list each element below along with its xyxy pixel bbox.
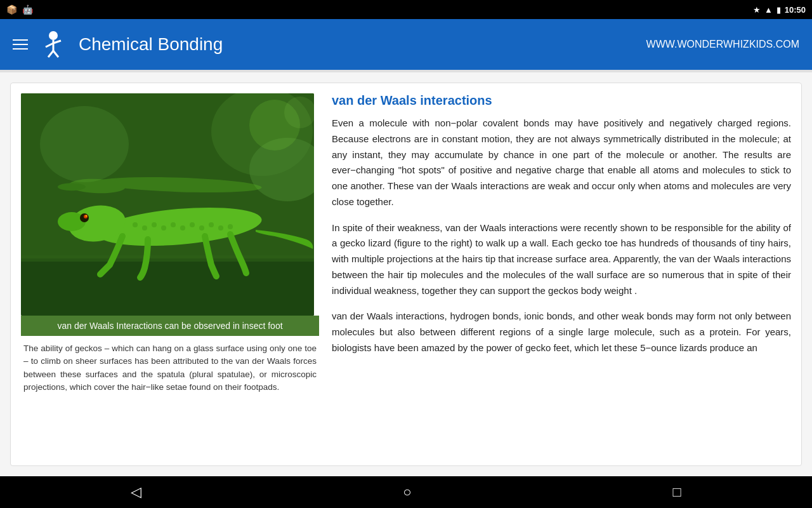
svg-rect-11 [21, 255, 314, 262]
svg-line-5 [53, 51, 58, 57]
left-panel: van der Waals Interactions can be observ… [21, 93, 319, 455]
svg-point-26 [209, 222, 214, 227]
app-url: WWW.WONDERWHIZKIDS.COM [646, 39, 799, 50]
app-bar: Chemical Bonding WWW.WONDERWHIZKIDS.COM [0, 19, 812, 70]
svg-line-2 [46, 43, 53, 47]
svg-rect-10 [21, 258, 314, 316]
svg-point-25 [199, 225, 204, 231]
image-caption: van der Waals Interactions can be observ… [21, 316, 319, 336]
back-button[interactable]: ◁ [118, 480, 154, 504]
svg-point-22 [171, 222, 176, 227]
pkg-icon: 📦 [6, 4, 17, 15]
app-bar-left: Chemical Bonding [13, 29, 223, 60]
svg-point-28 [228, 224, 233, 229]
content-card: van der Waals Interactions can be observ… [10, 83, 802, 466]
status-bar-left: 📦 🤖 [6, 4, 33, 15]
svg-point-23 [180, 225, 185, 231]
hamburger-menu[interactable] [13, 39, 28, 50]
bottom-nav: ◁ ○ □ [0, 476, 812, 508]
right-panel: van der Waals interactions Even a molecu… [332, 93, 791, 455]
app-title: Chemical Bonding [79, 34, 223, 55]
svg-point-19 [142, 225, 147, 231]
home-button[interactable]: ○ [390, 480, 424, 504]
wifi-icon: ▲ [764, 5, 773, 15]
svg-point-21 [161, 225, 166, 231]
status-bar: 📦 🤖 ★ ▲ ▮ 10:50 [0, 0, 812, 19]
status-bar-right: ★ ▲ ▮ 10:50 [753, 5, 806, 15]
svg-point-18 [133, 222, 138, 227]
time-display: 10:50 [785, 5, 806, 15]
recent-button[interactable]: □ [660, 480, 694, 504]
section-title: van der Waals interactions [332, 93, 791, 108]
svg-line-4 [48, 51, 53, 57]
svg-point-17 [86, 215, 88, 217]
image-description: The ability of geckos – which can hang o… [21, 336, 319, 400]
body-paragraph-2: In spite of their weakness, van der Waal… [332, 220, 791, 299]
body-paragraph-3: van der Waals interactions, hydrogen bon… [332, 309, 791, 356]
android-icon: 🤖 [22, 4, 33, 15]
svg-point-24 [190, 222, 195, 227]
svg-point-27 [218, 225, 223, 231]
battery-icon: ▮ [776, 5, 781, 15]
main-area: van der Waals Interactions can be observ… [0, 72, 812, 476]
svg-point-9 [40, 106, 129, 182]
svg-point-0 [49, 31, 58, 40]
app-logo [38, 29, 69, 60]
star-icon: ★ [753, 5, 761, 15]
gecko-image [21, 93, 314, 316]
svg-line-3 [53, 41, 61, 43]
svg-point-20 [152, 222, 157, 227]
svg-point-31 [58, 183, 86, 190]
body-paragraph-1: Even a molecule with non−polar covalent … [332, 116, 791, 210]
